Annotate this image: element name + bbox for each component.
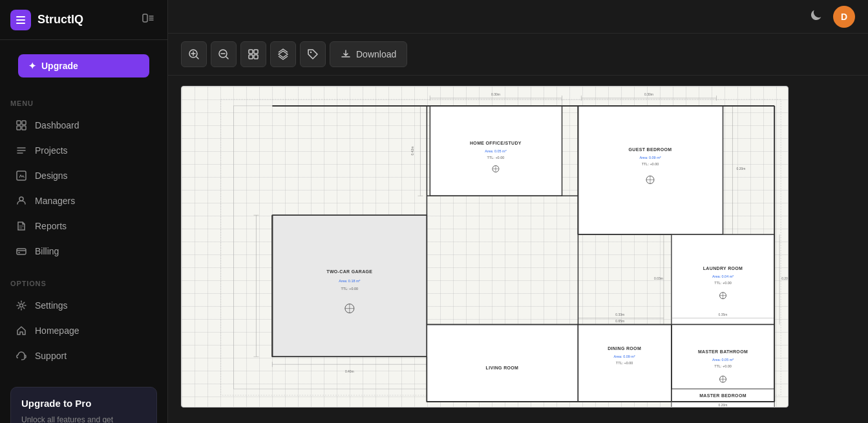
floorplan-canvas[interactable]: 0.30m 0.30m HOME OFFICE/STUDY Area: 0.05… bbox=[181, 86, 789, 408]
upgrade-label: Upgrade bbox=[41, 61, 78, 71]
sidebar-item-designs[interactable]: Designs bbox=[5, 163, 162, 188]
zoom-in-button[interactable] bbox=[181, 41, 207, 67]
svg-text:0.30m: 0.30m bbox=[644, 93, 653, 96]
upgrade-card-title: Upgrade to Pro bbox=[21, 398, 146, 409]
svg-text:0.33m: 0.33m bbox=[615, 313, 624, 316]
download-button[interactable]: Download bbox=[330, 41, 407, 67]
svg-text:GUEST BEDROOM: GUEST BEDROOM bbox=[629, 147, 672, 152]
svg-rect-14 bbox=[18, 253, 20, 254]
svg-text:TTL: +0.00: TTL: +0.00 bbox=[616, 361, 633, 365]
svg-rect-10 bbox=[22, 126, 26, 130]
projects-label: Projects bbox=[35, 145, 68, 156]
main-content: D bbox=[168, 0, 868, 423]
tag-button[interactable] bbox=[300, 41, 326, 67]
svg-text:0.35m: 0.35m bbox=[719, 313, 728, 316]
support-icon bbox=[16, 350, 27, 362]
toolbar: Download bbox=[168, 34, 868, 76]
reports-icon bbox=[16, 220, 27, 232]
svg-text:DINING ROOM: DINING ROOM bbox=[608, 346, 641, 351]
svg-rect-0 bbox=[16, 16, 25, 17]
svg-point-15 bbox=[20, 304, 23, 307]
logo-area: StructIQ bbox=[10, 10, 83, 30]
svg-text:TWO-CAR GARAGE: TWO-CAR GARAGE bbox=[326, 269, 372, 274]
svg-text:0.30m: 0.30m bbox=[491, 93, 500, 96]
svg-rect-2 bbox=[16, 23, 25, 24]
svg-text:HOME OFFICE/STUDY: HOME OFFICE/STUDY bbox=[470, 141, 522, 145]
options-label: OPTIONS bbox=[0, 280, 167, 293]
homepage-label: Homepage bbox=[35, 325, 79, 336]
sidebar-item-managers[interactable]: Managers bbox=[5, 189, 162, 213]
svg-text:TTL: +0.00: TTL: +0.00 bbox=[642, 162, 659, 166]
sidebar: StructIQ ✦ Upgrade MENU bbox=[0, 0, 168, 423]
svg-text:TTL: +0.00: TTL: +0.00 bbox=[341, 287, 359, 291]
svg-text:0.65m: 0.65m bbox=[615, 320, 624, 323]
dashboard-label: Dashboard bbox=[35, 120, 79, 130]
dark-mode-button[interactable] bbox=[807, 6, 825, 27]
sidebar-item-billing[interactable]: Billing bbox=[5, 239, 162, 263]
sidebar-header: StructIQ bbox=[0, 0, 167, 40]
sidebar-item-dashboard[interactable]: Dashboard bbox=[5, 113, 162, 138]
sidebar-item-settings[interactable]: Settings bbox=[5, 293, 162, 318]
svg-point-22 bbox=[310, 52, 312, 53]
upgrade-button[interactable]: ✦ Upgrade bbox=[18, 54, 149, 77]
svg-text:0.20m: 0.20m bbox=[781, 277, 788, 280]
settings-icon bbox=[16, 300, 27, 311]
svg-text:0.03m: 0.03m bbox=[654, 277, 663, 280]
svg-text:MASTER BEDROOM: MASTER BEDROOM bbox=[699, 393, 746, 398]
svg-point-12 bbox=[19, 197, 23, 201]
sidebar-item-reports[interactable]: Reports bbox=[5, 214, 162, 238]
billing-label: Billing bbox=[35, 246, 59, 256]
designs-icon bbox=[16, 170, 27, 181]
svg-rect-92 bbox=[427, 325, 578, 402]
top-bar-actions: D bbox=[807, 6, 855, 28]
designs-label: Designs bbox=[35, 170, 68, 181]
managers-label: Managers bbox=[35, 196, 75, 206]
grid-button[interactable] bbox=[240, 41, 266, 67]
svg-text:TTL: +0.00: TTL: +0.00 bbox=[714, 364, 732, 368]
svg-rect-3 bbox=[143, 14, 147, 22]
upgrade-card: Upgrade to Pro Unlock all features and g… bbox=[10, 387, 157, 423]
canvas-area[interactable]: 0.30m 0.30m HOME OFFICE/STUDY Area: 0.05… bbox=[168, 76, 868, 423]
svg-rect-8 bbox=[22, 121, 26, 125]
svg-rect-1 bbox=[16, 19, 25, 21]
upgrade-star-icon: ✦ bbox=[28, 61, 36, 71]
app-name: StructIQ bbox=[37, 13, 83, 26]
download-label: Download bbox=[356, 49, 396, 59]
sidebar-item-projects[interactable]: Projects bbox=[5, 138, 162, 163]
zoom-out-button[interactable] bbox=[211, 41, 237, 67]
svg-text:0.20m: 0.20m bbox=[719, 404, 728, 407]
svg-text:0.40m: 0.40m bbox=[345, 370, 354, 373]
sidebar-item-homepage[interactable]: Homepage bbox=[5, 318, 162, 343]
svg-rect-9 bbox=[17, 126, 21, 130]
svg-text:Area: 0.09 m²: Area: 0.09 m² bbox=[614, 355, 635, 358]
svg-rect-21 bbox=[254, 55, 258, 59]
svg-text:0.20m: 0.20m bbox=[736, 167, 745, 170]
reports-label: Reports bbox=[35, 221, 67, 231]
svg-rect-19 bbox=[254, 50, 258, 54]
svg-rect-20 bbox=[249, 55, 253, 59]
dashboard-icon bbox=[16, 119, 27, 131]
support-label: Support bbox=[35, 351, 67, 361]
top-bar: D bbox=[168, 0, 868, 34]
svg-text:Area: 0.18 m²: Area: 0.18 m² bbox=[339, 279, 360, 283]
user-avatar[interactable]: D bbox=[833, 6, 855, 28]
svg-text:TTL: +0.00: TTL: +0.00 bbox=[487, 156, 505, 160]
settings-label: Settings bbox=[35, 300, 68, 311]
projects-icon bbox=[16, 145, 27, 156]
menu-label: MENU bbox=[0, 99, 167, 112]
layers-button[interactable] bbox=[270, 41, 296, 67]
sidebar-toggle-button[interactable] bbox=[139, 9, 157, 30]
sidebar-item-support[interactable]: Support bbox=[5, 344, 162, 368]
upgrade-card-text: Unlock all features and get unlimited ac… bbox=[21, 414, 146, 423]
homepage-icon bbox=[16, 325, 27, 336]
svg-text:Area: 0.05 m²: Area: 0.05 m² bbox=[712, 358, 734, 362]
svg-rect-54 bbox=[672, 234, 774, 324]
svg-text:LIVING ROOM: LIVING ROOM bbox=[486, 366, 519, 370]
billing-icon bbox=[16, 245, 27, 257]
svg-text:LAUNDRY ROOM: LAUNDRY ROOM bbox=[703, 266, 743, 271]
menu-section: MENU Dashboard Projects bbox=[0, 92, 167, 272]
svg-text:MASTER BATHROOM: MASTER BATHROOM bbox=[698, 349, 748, 354]
options-section: OPTIONS Settings Homepage bbox=[0, 272, 167, 377]
svg-rect-7 bbox=[17, 121, 21, 125]
logo-icon bbox=[10, 10, 31, 30]
